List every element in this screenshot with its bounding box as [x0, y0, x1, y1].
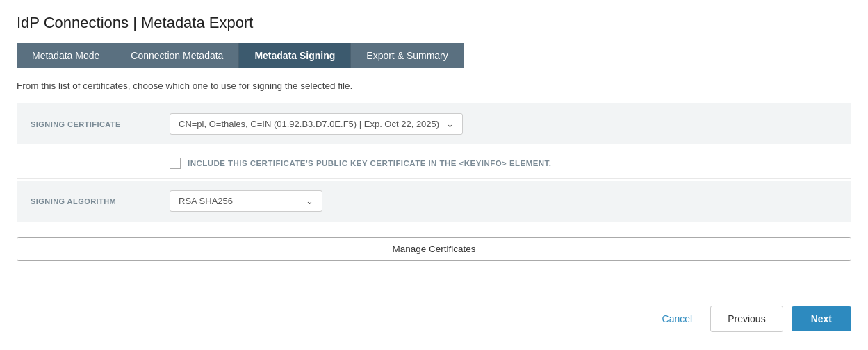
signing-algorithm-label: SIGNING ALGORITHM	[31, 197, 170, 206]
tab-metadata-mode[interactable]: Metadata Mode	[17, 43, 115, 68]
tab-metadata-signing[interactable]: Metadata Signing	[239, 43, 351, 68]
algo-dropdown-chevron-icon: ⌄	[306, 196, 313, 206]
include-certificate-label: INCLUDE THIS CERTIFICATE'S PUBLIC KEY CE…	[188, 159, 551, 167]
previous-button[interactable]: Previous	[710, 306, 783, 332]
page-wrapper: IdP Connections | Metadata Export Metada…	[0, 0, 868, 350]
include-certificate-checkbox[interactable]	[170, 158, 181, 169]
tab-export-summary[interactable]: Export & Summary	[351, 43, 463, 68]
signing-algorithm-dropdown[interactable]: RSA SHA256 ⌄	[170, 190, 322, 212]
manage-certificates-button[interactable]: Manage Certificates	[17, 237, 851, 261]
next-button[interactable]: Next	[792, 306, 851, 331]
include-certificate-section: INCLUDE THIS CERTIFICATE'S PUBLIC KEY CE…	[17, 147, 851, 179]
signing-algorithm-section: SIGNING ALGORITHM RSA SHA256 ⌄	[17, 181, 851, 222]
signing-algorithm-value: RSA SHA256	[179, 196, 299, 206]
cancel-button[interactable]: Cancel	[653, 308, 703, 330]
tab-bar: Metadata Mode Connection Metadata Metada…	[17, 43, 851, 68]
signing-certificate-dropdown[interactable]: CN=pi, O=thales, C=IN (01.92.B3.D7.0E.F5…	[170, 113, 463, 135]
tab-connection-metadata[interactable]: Connection Metadata	[115, 43, 239, 68]
signing-certificate-content: CN=pi, O=thales, C=IN (01.92.B3.D7.0E.F5…	[170, 113, 837, 135]
signing-certificate-label: SIGNING CERTIFICATE	[31, 120, 170, 128]
page-title: IdP Connections | Metadata Export	[17, 14, 851, 32]
signing-algorithm-content: RSA SHA256 ⌄	[170, 190, 837, 212]
footer: Cancel Previous Next	[17, 285, 851, 336]
checkbox-wrap: INCLUDE THIS CERTIFICATE'S PUBLIC KEY CE…	[170, 158, 551, 169]
signing-certificate-value: CN=pi, O=thales, C=IN (01.92.B3.D7.0E.F5…	[179, 119, 439, 129]
description-text: From this list of certificates, choose w…	[17, 81, 851, 91]
dropdown-chevron-icon: ⌄	[446, 119, 454, 129]
signing-certificate-section: SIGNING CERTIFICATE CN=pi, O=thales, C=I…	[17, 103, 851, 144]
